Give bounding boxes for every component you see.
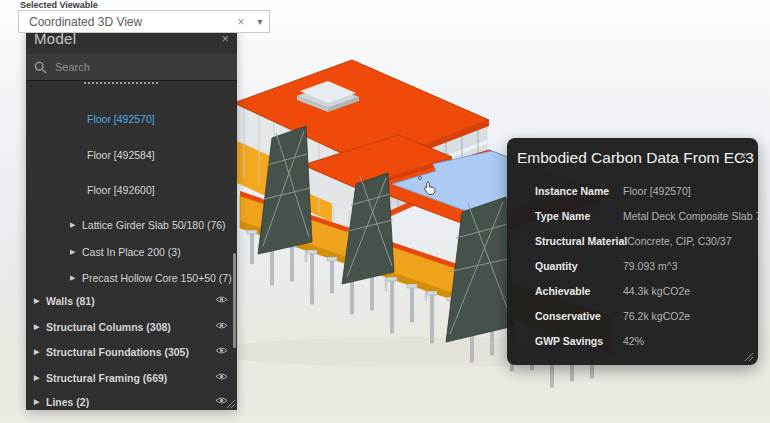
search-icon (34, 61, 47, 74)
chevron-down-icon[interactable]: ▾ (251, 16, 269, 27)
ec3-row-value: Concrete, CIP, C30/37 (627, 235, 731, 247)
tree-item-walls[interactable]: ▶ Walls (81) (34, 291, 234, 311)
ec3-row-achievable: Achievable 44.3k kgCO2e (535, 278, 758, 303)
ec3-row-quantity: Quantity 79.093 m^3 (535, 253, 758, 278)
tree-item-floor-492570[interactable]: Floor [492570] (87, 109, 287, 129)
ec3-row-label: Instance Name (535, 185, 623, 197)
tree-item-label: Walls (81) (46, 295, 95, 307)
ec3-row-value: 42% (623, 335, 644, 347)
tree-item-label: Lines (2) (46, 396, 89, 408)
expand-arrow-icon[interactable]: ▶ (70, 221, 82, 229)
close-icon[interactable]: × (739, 148, 747, 164)
visibility-eye-icon[interactable] (215, 320, 228, 331)
viewable-dropdown[interactable]: Coordinated 3D View × ▾ (18, 10, 270, 33)
ec3-row-value: 79.093 m^3 (623, 260, 678, 272)
ec3-row-conservative: Conservative 76.2k kgCO2e (535, 303, 758, 328)
model-panel: Model × Floor [492570] Floor [492584] Fl… (26, 28, 237, 410)
scrollbar[interactable] (233, 253, 236, 348)
ec3-row-label: Conservative (535, 310, 623, 322)
tree-item-label: Precast Hollow Core 150+50 (7) (82, 272, 232, 284)
viewer-app: Selected Viewable Coordinated 3D View × … (0, 0, 770, 423)
ec3-row-value: Metal Deck Composite Slab 70/200 (623, 210, 758, 222)
tree-item-label: Structural Columns (308) (46, 321, 171, 333)
tree-item-floor-492584[interactable]: Floor [492584] (87, 145, 287, 165)
ec3-row-label: Quantity (535, 260, 623, 272)
tree-item-label: Cast In Place 200 (3) (82, 246, 181, 258)
ec3-row-label: Achievable (535, 285, 623, 297)
close-icon[interactable]: × (221, 31, 229, 46)
visibility-eye-icon[interactable] (215, 345, 228, 356)
tree-item-label: Floor [492570] (87, 113, 155, 125)
tree-item-cast-in-place[interactable]: ▶ Cast In Place 200 (3) (70, 242, 270, 262)
search-input[interactable] (55, 61, 205, 73)
tree-item-lines[interactable]: ▶ Lines (2) (34, 392, 234, 412)
expand-arrow-icon[interactable]: ▶ (34, 348, 46, 356)
ec3-panel: Embodied Carbon Data From EC3 × Instance… (507, 138, 758, 365)
expand-arrow-icon[interactable]: ▶ (34, 374, 46, 382)
ec3-row-label: GWP Savings (535, 335, 623, 347)
tree-item-lattice-girder-slab[interactable]: ▶ Lattice Girder Slab 50/180 (76) (70, 215, 270, 235)
expand-arrow-icon[interactable]: ▶ (34, 398, 46, 406)
ec3-row-value: 76.2k kgCO2e (623, 310, 690, 322)
viewable-dropdown-value: Coordinated 3D View (19, 15, 231, 29)
ec3-panel-title: Embodied Carbon Data From EC3 (507, 138, 758, 176)
tree-item-label: Lattice Girder Slab 50/180 (76) (82, 219, 226, 231)
tree-item-precast-hollow-core[interactable]: ▶ Precast Hollow Core 150+50 (7) (70, 268, 270, 288)
tree-item-structural-columns[interactable]: ▶ Structural Columns (308) (34, 317, 234, 337)
tree-item-label: Structural Foundations (305) (46, 346, 189, 358)
expand-arrow-icon[interactable]: ▶ (34, 323, 46, 331)
tree-item-label: Floor [492584] (87, 149, 155, 161)
ec3-row-structural-material: Structural Material Concrete, CIP, C30/3… (535, 228, 758, 253)
ec3-row-label: Structural Material (535, 235, 627, 247)
ec3-rows: Instance Name Floor [492570] Type Name M… (535, 178, 758, 353)
tree-item-label: Floor [492600] (87, 184, 155, 196)
ec3-row-type-name: Type Name Metal Deck Composite Slab 70/2… (535, 203, 758, 228)
ec3-row-label: Type Name (535, 210, 623, 222)
tree-item-structural-foundations[interactable]: ▶ Structural Foundations (305) (34, 342, 234, 362)
ec3-row-value: 44.3k kgCO2e (623, 285, 690, 297)
tree-item-label: Structural Framing (669) (46, 372, 167, 384)
ec3-row-gwp-savings: GWP Savings 42% (535, 328, 758, 353)
visibility-eye-icon[interactable] (215, 294, 228, 305)
selected-viewable-label: Selected Viewable (20, 0, 98, 10)
search-box[interactable] (26, 54, 237, 81)
expand-arrow-icon[interactable]: ▶ (34, 297, 46, 305)
clear-icon[interactable]: × (231, 15, 251, 29)
tree-item-structural-framing[interactable]: ▶ Structural Framing (669) (34, 368, 234, 388)
expand-arrow-icon[interactable]: ▶ (70, 274, 82, 282)
expand-arrow-icon[interactable]: ▶ (70, 248, 82, 256)
ec3-row-instance-name: Instance Name Floor [492570] (535, 178, 758, 203)
visibility-eye-icon[interactable] (215, 371, 228, 382)
ec3-row-value: Floor [492570] (623, 185, 691, 197)
visibility-eye-icon[interactable] (215, 395, 228, 406)
tree-item-clipped (84, 80, 158, 84)
tree-item-floor-492600[interactable]: Floor [492600] (87, 180, 287, 200)
